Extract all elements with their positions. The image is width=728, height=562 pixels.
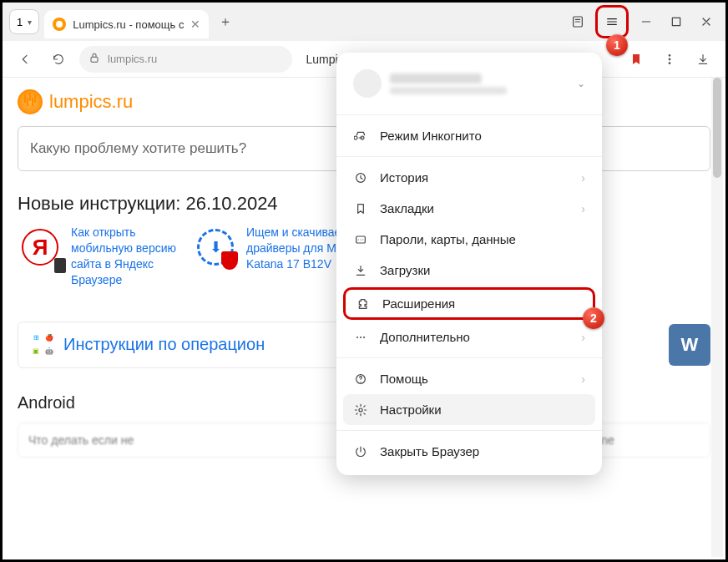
vk-icon: W	[681, 334, 699, 356]
lock-icon	[88, 51, 101, 68]
svg-rect-1	[672, 18, 680, 25]
browser-tab[interactable]: Lumpics.ru - помощь с ✕	[44, 10, 209, 38]
svg-point-8	[356, 337, 358, 338]
menu-label: Закладки	[380, 201, 434, 215]
column-title: Android	[18, 393, 339, 413]
profile-menu-item[interactable]: ⌄	[336, 64, 602, 109]
tab-count: 1	[17, 16, 23, 28]
url-field[interactable]: lumpics.ru	[79, 46, 292, 73]
power-icon	[353, 445, 368, 458]
favicon-icon	[53, 18, 66, 31]
os-link[interactable]: Инструкции по операцион	[63, 335, 265, 354]
menu-label: История	[380, 170, 428, 185]
divider	[336, 156, 602, 157]
new-tab-button[interactable]: ＋	[214, 10, 237, 33]
menu-label: Режим Инкогнито	[380, 129, 482, 143]
menu-help[interactable]: Помощь ›	[336, 363, 602, 394]
menu-bookmarks[interactable]: Закладки ›	[336, 193, 602, 224]
article-card[interactable]: Я Как открыть мобильную версию сайта в Я…	[18, 225, 185, 288]
menu-downloads[interactable]: Загрузки	[336, 255, 602, 286]
menu-close-browser[interactable]: Закрыть Браузер	[336, 436, 602, 467]
download-icon	[353, 264, 368, 277]
extensions-icon	[356, 297, 371, 311]
chevron-right-icon: ›	[581, 171, 585, 185]
svg-point-10	[363, 337, 365, 338]
gear-icon	[353, 403, 368, 417]
chevron-right-icon: ›	[581, 202, 585, 215]
vk-button[interactable]: W	[669, 324, 710, 366]
close-window-button[interactable]	[694, 9, 719, 34]
yandex-icon: Я	[18, 225, 63, 270]
divider	[336, 430, 602, 431]
chevron-right-icon: ›	[581, 331, 585, 344]
divider	[336, 114, 602, 115]
list-item[interactable]: Что делать если не	[18, 423, 339, 458]
svg-point-9	[360, 337, 361, 338]
menu-label: Настройки	[380, 403, 442, 417]
logo-icon	[18, 89, 43, 114]
tab-counter[interactable]: 1 ▾	[9, 9, 39, 34]
incognito-icon	[353, 129, 368, 143]
bookmark-icon	[353, 202, 368, 215]
help-icon	[353, 372, 368, 386]
vertical-scrollbar[interactable]	[711, 78, 723, 557]
menu-incognito[interactable]: Режим Инкогнито	[336, 120, 602, 151]
maximize-button[interactable]	[664, 9, 689, 34]
download-icon[interactable]	[690, 47, 715, 72]
chevron-right-icon: ›	[581, 372, 585, 386]
divider	[336, 357, 602, 358]
menu-label: Пароли, карты, данные	[380, 232, 516, 246]
msi-icon: ⬇	[193, 225, 238, 270]
menu-label: Расширения	[382, 296, 455, 311]
tab-bar: 1 ▾ Lumpics.ru - помощь с ✕ ＋ 1	[3, 3, 725, 41]
menu-settings[interactable]: Настройки	[343, 394, 595, 425]
scrollbar-thumb[interactable]	[713, 78, 721, 178]
reader-mode-icon[interactable]	[565, 9, 590, 34]
history-icon	[353, 171, 368, 185]
menu-label: Загрузки	[380, 263, 430, 277]
menu-extensions[interactable]: Расширения 2	[343, 287, 595, 320]
callout-badge-1: 1	[606, 34, 628, 56]
menu-label: Дополнительно	[380, 330, 470, 344]
svg-point-3	[669, 54, 670, 56]
profile-subtitle	[390, 87, 507, 94]
back-button[interactable]	[13, 47, 38, 72]
close-tab-icon[interactable]: ✕	[190, 18, 200, 31]
svg-rect-2	[91, 57, 98, 62]
article-card[interactable]: ⬇ Ищем и скачиваем драйверы для MSI Kata…	[193, 225, 360, 288]
url-domain: lumpics.ru	[108, 53, 157, 65]
minimize-button[interactable]	[634, 9, 659, 34]
more-icon[interactable]	[657, 47, 682, 72]
svg-point-5	[669, 62, 670, 63]
svg-point-4	[669, 58, 670, 60]
menu-label: Закрыть Браузер	[380, 444, 479, 458]
menu-more[interactable]: Дополнительно ›	[336, 322, 602, 352]
menu-history[interactable]: История ›	[336, 162, 602, 193]
avatar	[353, 69, 382, 98]
profile-name	[390, 73, 482, 84]
chevron-down-icon: ▾	[28, 18, 32, 27]
reload-button[interactable]	[46, 47, 71, 72]
menu-label: Помощь	[380, 372, 428, 386]
svg-point-12	[359, 408, 362, 412]
main-menu-dropdown: ⌄ Режим Инкогнито История › Закладки › П…	[336, 53, 602, 475]
tab-title: Lumpics.ru - помощь с	[73, 18, 184, 31]
more-icon	[353, 331, 368, 344]
bookmark-icon[interactable]	[624, 47, 649, 72]
article-link[interactable]: Как открыть мобильную версию сайта в Янд…	[71, 225, 185, 288]
main-menu-button[interactable]	[599, 9, 624, 34]
chevron-down-icon: ⌄	[577, 78, 585, 89]
android-column: Android Что делать если не	[18, 393, 339, 458]
menu-passwords[interactable]: Пароли, карты, данные	[336, 224, 602, 255]
os-icons: ⊞🍎 ▣🤖	[30, 332, 55, 357]
passwords-icon	[353, 233, 368, 246]
logo-text: lumpics.ru	[49, 91, 133, 113]
menu-button-highlight: 1	[595, 5, 629, 38]
